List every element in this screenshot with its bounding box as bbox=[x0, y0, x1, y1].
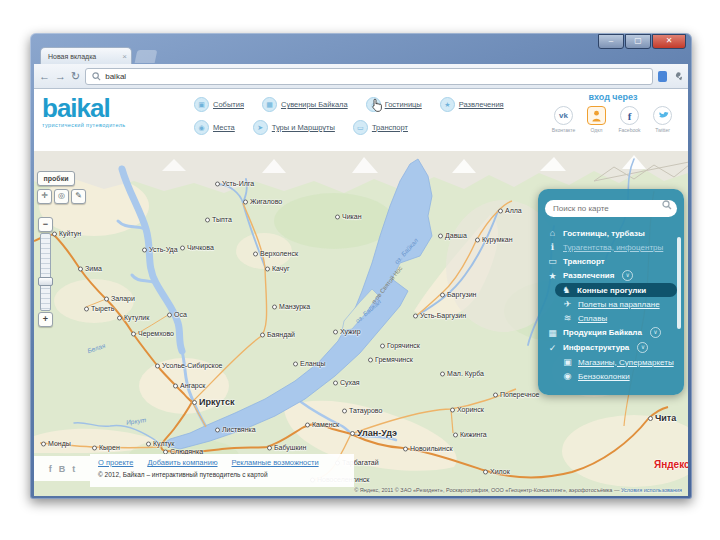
nav-item[interactable]: ◉Места bbox=[194, 120, 235, 135]
menu-item-label: Инфраструктура bbox=[563, 343, 629, 352]
vk-icon[interactable]: В bbox=[59, 464, 66, 474]
nav-item[interactable]: ▭Транспорт bbox=[353, 120, 408, 135]
raft-icon: ≋ bbox=[562, 313, 573, 323]
settlement-dot bbox=[78, 266, 83, 271]
map-label: Манзурка bbox=[272, 303, 310, 310]
settlement-dot bbox=[243, 199, 248, 204]
footer-link[interactable]: О проекте bbox=[98, 458, 133, 467]
reload-button[interactable]: ↻ bbox=[71, 71, 80, 82]
map-label: Новоильинск bbox=[403, 445, 452, 452]
zoom-handle[interactable] bbox=[38, 277, 53, 286]
zoom-slider: − + bbox=[38, 217, 53, 327]
window-titlebar[interactable]: Новая вкладка × –▢✕ bbox=[34, 33, 688, 64]
settlement-dot bbox=[333, 329, 338, 334]
tab-close-icon[interactable]: × bbox=[122, 48, 127, 64]
settlement-dot bbox=[260, 332, 265, 337]
menu-item[interactable]: ✓Инфраструктура∨ bbox=[545, 340, 677, 355]
facebook-icon[interactable]: f bbox=[49, 464, 52, 474]
settlement-dot bbox=[453, 432, 458, 437]
menu-item[interactable]: ✈Полеты на параплане bbox=[560, 297, 677, 311]
settlement-dot bbox=[146, 441, 151, 446]
zoom-out-button[interactable]: − bbox=[38, 217, 53, 232]
horse-icon: ♞ bbox=[561, 285, 572, 295]
map-label: Кырен bbox=[92, 444, 120, 451]
map-search-input[interactable] bbox=[545, 200, 677, 217]
back-button[interactable]: ← bbox=[39, 71, 50, 82]
settlement-dot bbox=[215, 427, 220, 432]
bus-icon: ▭ bbox=[547, 256, 558, 266]
menu-item[interactable]: ◉Бензоколонки bbox=[560, 369, 677, 383]
nav-item[interactable]: ▦Сувениры Байкала bbox=[262, 97, 348, 112]
map-terms-link[interactable]: Условия использования bbox=[621, 487, 682, 493]
menu-item[interactable]: ℹТурагентства, инфоцентры bbox=[545, 240, 677, 254]
nav-item[interactable]: ★Развлечения bbox=[440, 97, 504, 112]
nav-item[interactable]: ▣События bbox=[194, 97, 244, 112]
social-login-odnoklassniki-icon[interactable]: Одкл bbox=[585, 106, 609, 133]
menu-item-label: Бензоколонки bbox=[578, 372, 630, 381]
settlement-dot bbox=[475, 237, 480, 242]
menu-item[interactable]: ★Развлечения∨ bbox=[545, 268, 677, 283]
fuel-icon: ◉ bbox=[562, 371, 573, 381]
map-label: Чикан bbox=[335, 213, 362, 220]
magnifier-tool[interactable]: ◎ bbox=[54, 189, 69, 204]
nav-item[interactable]: ➤Туры и Маршруты bbox=[253, 120, 335, 135]
twitter-icon[interactable]: t bbox=[72, 464, 75, 474]
search-icon bbox=[662, 200, 672, 210]
map-label: Усть-Баргузин bbox=[413, 312, 466, 319]
menu-item[interactable]: ⌂Гостиницы, турбазы bbox=[545, 226, 677, 240]
minimize-button[interactable]: – bbox=[598, 34, 624, 49]
wrench-icon[interactable] bbox=[672, 71, 683, 82]
map-attribution: © Яндекс, 2011 © ЗАО «Резидент», Роскарт… bbox=[144, 487, 682, 493]
close-button[interactable]: ✕ bbox=[652, 34, 686, 49]
map-area[interactable]: Усть-ИлгаЖигаловоТыптаЧиканКуйтунЗимаУст… bbox=[34, 151, 688, 496]
nav-label: Места bbox=[213, 123, 235, 132]
route-icon: ➤ bbox=[253, 120, 268, 135]
expand-badge-icon[interactable]: ∨ bbox=[637, 342, 648, 353]
fun-icon: ★ bbox=[440, 97, 455, 112]
expand-badge-icon[interactable]: ∨ bbox=[622, 270, 633, 281]
settlement-dot bbox=[272, 304, 277, 309]
zoom-in-button[interactable]: + bbox=[38, 312, 53, 327]
settlement-dot bbox=[253, 251, 258, 256]
panel-scrollbar[interactable] bbox=[677, 237, 681, 329]
map-label: Хилок bbox=[483, 468, 510, 475]
map-label: Еланцы bbox=[293, 360, 326, 367]
map-label: Залари bbox=[104, 295, 135, 302]
social-login-facebook-icon[interactable]: fFacebook bbox=[618, 106, 642, 133]
site-logo[interactable]: baikal туристический путеводитель bbox=[42, 95, 126, 128]
expand-badge-icon[interactable]: ∨ bbox=[650, 327, 661, 338]
pan-tool[interactable]: ✛ bbox=[37, 189, 52, 204]
browser-toolbar: ← → ↻ baikal bbox=[34, 64, 688, 89]
yandex-logo[interactable]: Яндекс bbox=[654, 459, 688, 470]
social-login-twitter-icon[interactable]: Twitter bbox=[651, 106, 675, 133]
map-label: Улан-Удэ bbox=[350, 428, 397, 438]
place-icon: ◉ bbox=[194, 120, 209, 135]
gift-icon: ▦ bbox=[262, 97, 277, 112]
menu-item[interactable]: ▣Магазины, Супермаркеты bbox=[560, 355, 677, 369]
social-login-vk-icon[interactable]: vkВконтакте bbox=[552, 106, 576, 133]
zoom-track[interactable] bbox=[40, 233, 51, 311]
menu-item[interactable]: ▦Продукция Байкала∨ bbox=[545, 325, 677, 340]
footer-copyright: © 2012, Байкал – интерактивный путеводит… bbox=[98, 471, 346, 478]
footer-link[interactable]: Добавить компанию bbox=[147, 458, 217, 467]
menu-item[interactable]: ♞Конные прогулки bbox=[555, 283, 677, 297]
address-bar[interactable]: baikal bbox=[85, 68, 653, 85]
map-label: Култук bbox=[146, 440, 174, 447]
social-label: Facebook bbox=[618, 127, 642, 133]
traffic-button[interactable]: пробки bbox=[37, 171, 75, 186]
nav-label: Сувениры Байкала bbox=[281, 100, 348, 109]
map-label: Баргузин bbox=[440, 291, 476, 298]
map-label: Баяндай bbox=[260, 331, 295, 338]
forward-button[interactable]: → bbox=[55, 71, 66, 82]
menu-item[interactable]: ▭Транспорт bbox=[545, 254, 677, 268]
bookmark-page-icon[interactable] bbox=[658, 71, 667, 82]
new-tab-button[interactable] bbox=[135, 50, 158, 63]
ruler-tool[interactable]: ✎ bbox=[71, 189, 86, 204]
settlement-dot bbox=[155, 363, 160, 368]
map-label: Верхоленск bbox=[253, 250, 298, 257]
maximize-button[interactable]: ▢ bbox=[625, 34, 651, 49]
browser-tab[interactable]: Новая вкладка × bbox=[40, 47, 132, 64]
footer-link[interactable]: Рекламные возможности bbox=[232, 458, 319, 467]
menu-item[interactable]: ≋Сплавы bbox=[560, 311, 677, 325]
map-label: Давша bbox=[438, 232, 467, 239]
